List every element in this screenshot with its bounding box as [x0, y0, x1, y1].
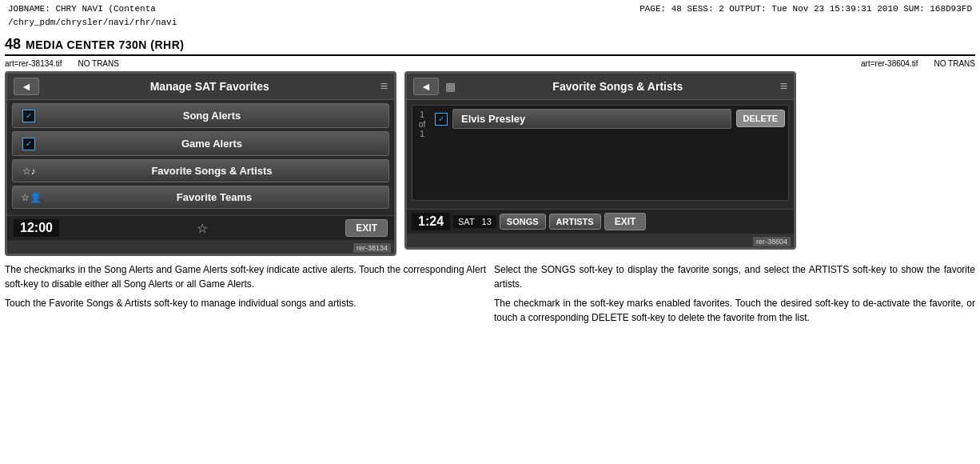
file-info-row: art=rer-38134.tif NO TRANS art=rer-38604…	[0, 59, 980, 71]
songs-button[interactable]: SONGS	[500, 214, 546, 230]
right-desc-para-1: Select the SONGS soft-key to display the…	[494, 262, 975, 291]
page-section-header: 48 MEDIA CENTER 730N (RHR)	[0, 33, 980, 54]
right-no-trans: NO TRANS	[934, 59, 976, 68]
favorite-songs-icon: ☆♪	[21, 166, 37, 177]
left-no-trans: NO TRANS	[78, 59, 119, 68]
left-title-bar: ◄ Manage SAT Favorites ≡	[7, 74, 394, 100]
left-star-icon[interactable]: ☆	[197, 221, 208, 236]
right-time-display: 1:24	[412, 213, 450, 230]
path: /chry_pdm/chrysler/navi/rhr/navi	[8, 18, 177, 27]
right-back-button[interactable]: ◄	[413, 78, 439, 95]
right-ref-tag: rer-38604	[753, 237, 791, 246]
left-exit-button[interactable]: EXIT	[345, 219, 388, 237]
left-desc-para-1: The checkmarks in the Song Alerts and Ga…	[5, 262, 486, 291]
counter-line3: 1	[420, 130, 424, 138]
left-file-label: art=rer-38134.tif	[5, 59, 62, 68]
list-item: ✓ Elvis Presley DELETE	[435, 109, 785, 129]
right-exit-button[interactable]: EXIT	[604, 213, 647, 230]
left-menu-icon[interactable]: ≡	[380, 79, 388, 94]
sat-info: SAT 13	[453, 215, 496, 228]
left-menu-items: ✓ Song Alerts ✓ Game Alerts ☆♪ Favorite …	[7, 100, 394, 213]
grid-icon: ▦	[445, 80, 456, 93]
descriptions-row: The checkmarks in the Song Alerts and Ga…	[0, 256, 980, 330]
favorite-songs-label: Favorite Songs & Artists	[43, 165, 380, 177]
left-screen-title: Manage SAT Favorites	[46, 80, 374, 93]
page-number: 48	[5, 36, 21, 53]
right-file-label: art=rer-38604.tif	[861, 59, 918, 68]
left-time-display: 12:00	[14, 219, 59, 237]
favorite-teams-label: Favorite Teams	[48, 191, 380, 203]
artists-button[interactable]: ARTISTS	[549, 214, 601, 230]
right-screen-content: 1 of 1 ✓ Elvis Presley DELETE	[407, 100, 794, 209]
game-alerts-checkbox-icon: ✓	[21, 137, 37, 150]
sat-label: SAT	[458, 217, 474, 226]
item-label[interactable]: Elvis Presley	[452, 109, 731, 129]
song-alerts-item[interactable]: ✓ Song Alerts	[12, 103, 389, 128]
right-title-bar: ◄ ▦ Favorite Songs & Artists ≡	[407, 74, 794, 100]
right-screen-bottom: 1:24 SAT 13 SONGS ARTISTS EXIT	[407, 209, 794, 234]
page-info: PAGE: 48 SESS: 2 OUTPUT: Tue Nov 23 15:3…	[639, 3, 972, 15]
left-description: The checkmarks in the Song Alerts and Ga…	[5, 262, 486, 330]
song-alerts-label: Song Alerts	[43, 110, 380, 122]
section-title: MEDIA CENTER 730N (RHR)	[26, 38, 184, 51]
counter-line2: of	[419, 120, 425, 129]
section-underline	[5, 54, 975, 56]
delete-button[interactable]: DELETE	[736, 110, 785, 127]
right-desc-para-2: The checkmark in the soft-key marks enab…	[494, 296, 975, 325]
item-checkbox-icon: ✓	[435, 112, 448, 126]
favorite-teams-item[interactable]: ☆👤 Favorite Teams	[12, 186, 389, 209]
right-screen-title: Favorite Songs & Artists	[462, 80, 774, 93]
left-screen-container: ◄ Manage SAT Favorites ≡ ✓ Song Alerts ✓	[5, 71, 396, 257]
right-screen-container: ◄ ▦ Favorite Songs & Artists ≡ 1 of 1	[404, 71, 796, 257]
left-back-button[interactable]: ◄	[14, 78, 39, 95]
game-alerts-label: Game Alerts	[43, 138, 380, 150]
song-alerts-checkbox-icon: ✓	[21, 109, 37, 122]
sat-number: 13	[482, 217, 492, 226]
header-bar: JOBNAME: CHRY NAVI (Contenta PAGE: 48 SE…	[0, 0, 980, 33]
left-screen-bottom: 12:00 ☆ EXIT	[7, 215, 394, 240]
right-menu-icon[interactable]: ≡	[780, 79, 787, 94]
favorite-songs-item[interactable]: ☆♪ Favorite Songs & Artists	[12, 159, 389, 182]
job-name: JOBNAME: CHRY NAVI (Contenta	[8, 3, 156, 15]
left-bottom-icons: ☆	[197, 221, 208, 236]
counter-line1: 1	[420, 110, 424, 119]
left-desc-para-2: Touch the Favorite Songs & Artists soft-…	[5, 296, 486, 310]
left-ref-tag: rer-38134	[353, 243, 391, 253]
list-counter: 1 of 1	[412, 106, 432, 200]
left-car-screen: ◄ Manage SAT Favorites ≡ ✓ Song Alerts ✓	[5, 71, 396, 257]
screens-row: ◄ Manage SAT Favorites ≡ ✓ Song Alerts ✓	[0, 71, 980, 257]
right-car-screen: ◄ ▦ Favorite Songs & Artists ≡ 1 of 1	[404, 71, 796, 250]
favorite-teams-icon: ☆👤	[21, 192, 42, 203]
favorite-items-list: ✓ Elvis Presley DELETE	[432, 106, 788, 200]
right-description: Select the SONGS soft-key to display the…	[494, 262, 975, 330]
favorite-list-area: 1 of 1 ✓ Elvis Presley DELETE	[412, 105, 789, 201]
game-alerts-item[interactable]: ✓ Game Alerts	[12, 131, 389, 156]
